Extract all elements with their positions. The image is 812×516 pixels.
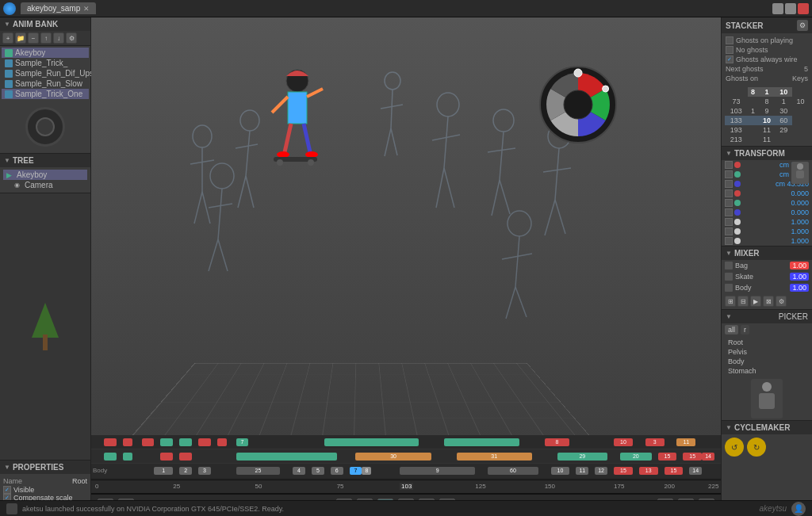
anim-icon-group <box>5 49 13 57</box>
anim-item-sample-trick[interactable]: Sample_Trick_ <box>2 58 89 68</box>
stacker-ghosts-on-val: Keys <box>792 75 808 82</box>
svg-line-3 <box>194 192 202 224</box>
prop-visible: ✓ Visible <box>3 486 87 494</box>
stacker-row-193: 193 11 29 <box>725 125 809 135</box>
mixer-body-icon <box>725 284 733 292</box>
anim-tb-up[interactable]: ↑ <box>40 32 52 44</box>
svg-line-38 <box>385 128 391 156</box>
picker-item-stomach[interactable]: Stomach <box>728 366 806 376</box>
tree-item-label: Akeyboy <box>17 170 47 179</box>
picker-item-root[interactable]: Root <box>728 338 806 347</box>
transform-avatar <box>791 162 809 184</box>
tree-item-label: Camera <box>25 181 53 189</box>
stacker-always-wire-checkbox[interactable]: ✓ <box>726 55 733 63</box>
tab-close-button[interactable]: ✕ <box>83 5 90 13</box>
svg-point-15 <box>437 93 459 117</box>
rx-axis-icon <box>734 190 741 197</box>
tree-item-akeyboy[interactable]: ▶ Akeyboy <box>3 170 87 180</box>
color-wheel <box>538 65 618 144</box>
transform-sy-checkbox[interactable] <box>725 227 733 235</box>
mixer-tb-2[interactable]: ⊟ <box>737 296 749 307</box>
stacker-no-ghosts-checkbox[interactable] <box>726 46 733 54</box>
cycle-icon-2[interactable]: ↻ <box>747 438 766 457</box>
ry-axis-icon <box>734 200 741 206</box>
transform-y-checkbox[interactable] <box>725 170 733 178</box>
picker-section: ▼ PICKER all r Root Pelvis Body Stomach <box>722 310 812 421</box>
close-button[interactable] <box>798 3 809 14</box>
z-axis-icon <box>734 181 741 187</box>
mixer-triangle: ▼ <box>726 250 732 257</box>
svg-point-50 <box>308 159 314 166</box>
visible-label: Visible <box>13 486 34 494</box>
transform-z-checkbox[interactable] <box>725 180 733 188</box>
svg-point-30 <box>508 211 531 236</box>
tree-visual <box>0 193 90 460</box>
tree-item-camera[interactable]: ◉ Camera <box>3 180 87 190</box>
anim-tb-delete[interactable]: − <box>28 32 39 44</box>
anim-item-label: Akeyboy <box>15 48 45 57</box>
anim-tb-down[interactable]: ↓ <box>53 32 64 44</box>
anim-tb-new[interactable]: + <box>2 32 13 44</box>
anim-bank-section: ▼ ANIM BANK + 📁 − ↑ ↓ ⚙ Akeyboy Sample_T… <box>0 17 90 154</box>
stacker-title: STACKER <box>726 21 764 30</box>
mixer-bag-label: Bag <box>735 262 787 269</box>
properties-title: PROPERTIES <box>13 463 63 472</box>
anim-tb-folder[interactable]: 📁 <box>15 32 26 44</box>
svg-line-2 <box>190 160 214 164</box>
svg-rect-48 <box>274 157 317 162</box>
viewport[interactable]: ⌒ ↺ ⏮ ◀ ▶ ▷ ▶ ⏭ 🔍 ⊞ ⊡ 0 25 50 75 103 125… <box>91 17 721 516</box>
mixer-item-bag: Bag 1.00 <box>722 260 812 271</box>
cycle-icon-1[interactable]: ↺ <box>725 438 744 457</box>
cyclemaker-header: ▼ CYCLEMAKER <box>722 421 812 434</box>
prop-name-label: Name <box>3 477 22 485</box>
track-row-3[interactable]: Body 1 2 3 25 4 5 6 7 8 9 60 10 11 12 15… <box>91 464 721 478</box>
anim-item-akeyboy[interactable]: Akeyboy <box>2 48 89 58</box>
picker-r-label[interactable]: r <box>741 325 749 334</box>
anim-tb-settings[interactable]: ⚙ <box>66 32 77 44</box>
picker-item-pelvis[interactable]: Pelvis <box>728 347 806 357</box>
mixer-body-label: Body <box>735 284 787 292</box>
svg-point-49 <box>277 159 283 166</box>
cyclemaker-triangle: ▼ <box>726 424 732 431</box>
tree-title: TREE <box>13 156 34 165</box>
transform-ry-value: 0.000 <box>791 199 809 207</box>
anim-item-sample-trick-one[interactable]: Sample_Trick_One <box>2 89 89 99</box>
svg-line-21 <box>500 132 504 180</box>
picker-item-body[interactable]: Body <box>728 357 806 366</box>
user-icon[interactable]: 👤 <box>791 502 806 516</box>
anim-bank-title: ANIM BANK <box>13 20 58 29</box>
transform-rz-value: 0.000 <box>791 208 809 216</box>
anim-item-sample-run-slow[interactable]: Sample_Run_Slow <box>2 78 89 89</box>
svg-point-54 <box>603 86 609 92</box>
svg-line-16 <box>444 117 448 168</box>
stacker-gear-btn[interactable]: ⚙ <box>797 20 808 31</box>
transform-ry-checkbox[interactable] <box>725 199 733 207</box>
stacker-playing-checkbox[interactable] <box>726 36 733 44</box>
svg-line-44 <box>285 124 291 152</box>
mixer-tb-5[interactable]: ⚙ <box>776 296 787 307</box>
picker-avatar-head <box>762 382 772 392</box>
track-row-2[interactable]: 30 31 29 20 15 15 14 <box>91 449 721 464</box>
track-row-1[interactable]: 7 8 10 3 11 <box>91 435 721 449</box>
maximize-button[interactable] <box>785 3 796 14</box>
mixer-tb-3[interactable]: ▶ <box>750 296 761 307</box>
anim-bank-header: ▼ ANIM BANK <box>0 17 90 31</box>
transform-sx-checkbox[interactable] <box>725 218 733 226</box>
transform-rz-checkbox[interactable] <box>725 208 733 216</box>
anim-item-sample-run-dif[interactable]: Sample_Run_Dif_Ups <box>2 68 89 78</box>
visible-checkbox[interactable]: ✓ <box>3 486 11 494</box>
anim-item-label: Sample_Run_Slow <box>15 79 82 88</box>
minimize-button[interactable] <box>772 3 783 14</box>
picker-all-label[interactable]: all <box>725 325 738 334</box>
mixer-tb-4[interactable]: ⊠ <box>763 296 774 307</box>
transform-x-checkbox[interactable] <box>725 161 733 169</box>
tab-main[interactable]: akeyboy_samp ✕ <box>21 2 96 14</box>
mixer-skate-icon <box>725 273 733 281</box>
tree-foliage <box>32 303 59 338</box>
film-reel <box>25 107 65 147</box>
transform-rx-checkbox[interactable] <box>725 189 733 197</box>
svg-line-22 <box>488 148 515 152</box>
transform-sz-checkbox[interactable] <box>725 237 733 245</box>
mixer-tb-1[interactable]: ⊞ <box>725 296 736 307</box>
x-axis-icon <box>734 162 741 168</box>
